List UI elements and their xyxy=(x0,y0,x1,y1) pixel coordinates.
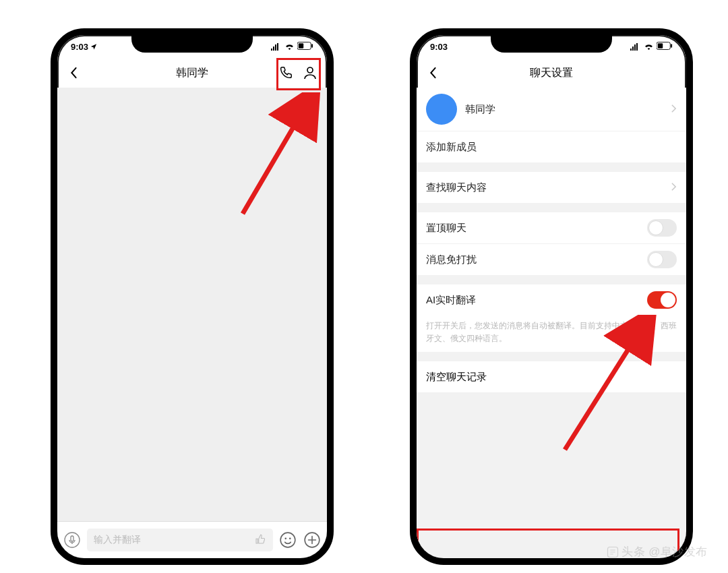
svg-point-7 xyxy=(284,538,286,540)
notch xyxy=(131,34,253,53)
svg-point-6 xyxy=(280,533,295,547)
ai-translate-row[interactable]: AI实时翻译 xyxy=(417,284,686,315)
settings-title: 聊天设置 xyxy=(417,66,686,80)
svg-rect-1 xyxy=(299,43,303,48)
phone-settings-screen: 9:03 聊天设置 韩同学 添加新成员 xyxy=(410,28,693,565)
voice-button[interactable] xyxy=(63,531,82,549)
signal-icon xyxy=(271,43,282,51)
mute-row[interactable]: 消息免打扰 xyxy=(417,244,686,275)
thumbs-up-icon[interactable] xyxy=(254,533,266,547)
pin-chat-label: 置顶聊天 xyxy=(426,222,466,235)
profile-name: 韩同学 xyxy=(465,103,495,116)
chat-body[interactable] xyxy=(57,88,327,522)
mute-toggle[interactable] xyxy=(647,251,677,268)
pin-chat-toggle[interactable] xyxy=(647,219,677,237)
highlight-profile-button xyxy=(276,58,321,90)
profile-row[interactable]: 韩同学 xyxy=(417,88,686,131)
search-history-row[interactable]: 查找聊天内容 xyxy=(417,172,686,203)
svg-point-4 xyxy=(65,533,80,547)
svg-rect-5 xyxy=(71,536,73,541)
settings-body[interactable]: 韩同学 添加新成员 查找聊天内容 置顶聊天 xyxy=(417,88,686,558)
mute-label: 消息免打扰 xyxy=(426,253,477,266)
add-member-row[interactable]: 添加新成员 xyxy=(417,131,686,162)
tutorial-composite: 9:03 韩同学 xyxy=(0,0,728,573)
clear-history-label: 清空聊天记录 xyxy=(426,371,487,384)
clear-history-button[interactable]: 清空聊天记录 xyxy=(417,361,686,392)
ai-translate-toggle[interactable] xyxy=(647,291,677,309)
back-button[interactable] xyxy=(64,63,83,83)
chat-input-placeholder: 输入并翻译 xyxy=(94,534,141,546)
wifi-icon xyxy=(284,42,295,52)
signal-icon xyxy=(630,43,641,51)
phone-chat-screen: 9:03 韩同学 xyxy=(51,28,334,565)
chat-input[interactable]: 输入并翻译 xyxy=(87,529,273,551)
ai-translate-label: AI实时翻译 xyxy=(426,294,476,307)
status-time: 9:03 xyxy=(430,42,448,52)
back-button[interactable] xyxy=(423,63,442,83)
search-history-label: 查找聊天内容 xyxy=(426,181,487,194)
battery-icon xyxy=(297,42,313,52)
avatar xyxy=(426,94,457,125)
wifi-icon xyxy=(644,42,654,52)
svg-rect-12 xyxy=(658,43,663,48)
ai-translate-description: 打开开关后，您发送的消息将自动被翻译。目前支持中文、英文、西班牙文、俄文四种语言… xyxy=(417,315,686,352)
pin-chat-row[interactable]: 置顶聊天 xyxy=(417,212,686,244)
svg-rect-2 xyxy=(311,44,313,48)
chevron-right-icon xyxy=(671,182,677,193)
chat-input-bar: 输入并翻译 xyxy=(57,521,327,558)
add-member-label: 添加新成员 xyxy=(426,141,477,154)
chevron-right-icon xyxy=(671,104,677,115)
location-icon xyxy=(90,42,97,52)
battery-icon xyxy=(657,42,673,52)
svg-rect-13 xyxy=(671,44,672,48)
status-time: 9:03 xyxy=(71,42,88,52)
emoji-button[interactable] xyxy=(278,531,297,549)
settings-navbar: 聊天设置 xyxy=(417,58,686,88)
notch xyxy=(491,34,612,53)
add-button[interactable] xyxy=(303,531,322,549)
svg-point-8 xyxy=(289,538,291,540)
